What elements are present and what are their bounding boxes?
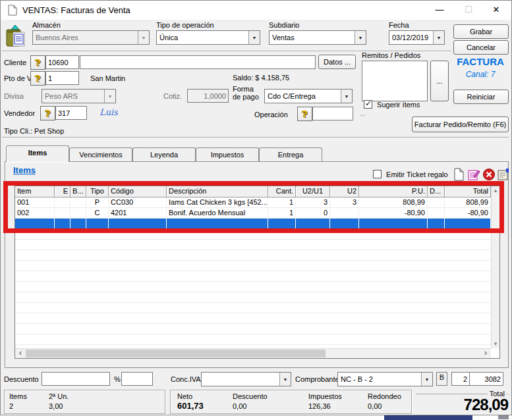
tipo-operacion-label: Tipo de operación [156, 21, 214, 29]
operacion-label: Operación [254, 111, 288, 118]
tab-vencimientos[interactable]: Vencimientos [69, 147, 132, 161]
annotation-highlight-rectangle [3, 181, 504, 233]
almacen-label: Almacén [32, 21, 61, 29]
checkbox-unchecked-icon[interactable] [373, 170, 382, 178]
sugerir-items-checkbox[interactable]: Sugerir ítems [364, 100, 420, 109]
neto-label: Neto [177, 392, 192, 400]
comprobante-number1-field[interactable] [451, 372, 470, 386]
properties-icon[interactable] [497, 168, 510, 181]
remitos-more-button[interactable]: ... [430, 61, 449, 101]
cotiz-label: Cotiz. [163, 92, 182, 100]
document-icon[interactable] [7, 5, 18, 16]
fecha-datepicker[interactable]: 03/12/2019 ▼ [389, 30, 445, 45]
percent-label: % [114, 375, 121, 383]
chevron-down-icon[interactable]: ▼ [279, 373, 291, 386]
facturar-pedido-button[interactable]: Facturar Pedido/Remito (F6) [412, 117, 509, 132]
question-icon: ? [35, 73, 41, 84]
cliente-name-field[interactable] [80, 55, 316, 69]
almacen-combo: Buenos Aires ▼ [32, 30, 150, 45]
scroll-right-icon[interactable]: › [480, 349, 491, 358]
remitos-listbox[interactable] [362, 61, 428, 101]
divisa-combo: Peso ARS ▼ [42, 89, 116, 103]
subdiario-label: Subdiario [269, 21, 299, 29]
question-icon: ? [45, 108, 51, 118]
total-groupbox: Total [416, 394, 508, 394]
ventas-window: VENTAS: Facturas de Venta — ☐ ✕ Almacén … [0, 0, 512, 415]
impuestos-label: Impuestos [308, 392, 342, 400]
warehouse-icon [5, 24, 26, 47]
scroll-left-icon[interactable]: ‹ [15, 349, 26, 358]
comprobante-number2-field[interactable] [469, 372, 503, 386]
items-panel-title: Items [13, 165, 36, 175]
pto-venta-label: Pto de V [4, 74, 31, 82]
chevron-down-icon[interactable]: ▼ [341, 90, 352, 103]
comprobante-combo[interactable]: NC - B - 2 ▼ [337, 372, 433, 386]
items-count-value: 2 [9, 402, 13, 410]
grabar-button[interactable]: Grabar [453, 24, 509, 39]
vendedor-code-field[interactable] [55, 106, 87, 120]
horizontal-scrollbar[interactable]: ‹ › [15, 348, 491, 358]
tab-impuestos[interactable]: Impuestos [196, 147, 259, 161]
new-item-icon[interactable] [452, 168, 465, 181]
pto-venta-field[interactable] [45, 71, 79, 85]
scroll-down-icon[interactable]: ▼ [492, 340, 499, 348]
neto-value: 601,73 [177, 401, 204, 411]
checkbox-checked-icon[interactable] [364, 100, 372, 109]
separator [2, 137, 509, 138]
impuestos-value: 126,36 [308, 402, 331, 410]
cliente-lookup-button[interactable]: ? [30, 55, 45, 70]
reiniciar-button[interactable]: Reiniciar [453, 90, 509, 104]
cliente-label: Cliente [4, 59, 26, 66]
chevron-down-icon[interactable]: ▼ [248, 31, 260, 44]
question-icon: ? [35, 57, 41, 68]
segunda-un-label: 2ª Un. [49, 392, 69, 400]
chevron-down-icon[interactable]: ▼ [433, 31, 444, 44]
tipo-operacion-combo[interactable]: Única ▼ [156, 30, 260, 45]
divisa-label: Divisa [4, 92, 24, 100]
remitos-label: Remitos / Pedidos [362, 51, 429, 59]
tab-leyenda[interactable]: Leyenda [132, 147, 196, 161]
edit-notes-icon[interactable] [467, 168, 480, 181]
maximize-button: ☐ [457, 1, 480, 19]
cliente-code-field[interactable] [45, 55, 79, 69]
forma-pago-label2: de pago [233, 93, 259, 101]
vendedor-name: Luis [100, 107, 118, 117]
scrollbar-thumb[interactable] [26, 350, 326, 357]
titlebar[interactable]: VENTAS: Facturas de Venta — ☐ ✕ [1, 1, 511, 20]
chevron-down-icon: ▼ [138, 31, 149, 44]
total-value: 728,09 [416, 396, 508, 414]
descuento-field[interactable] [42, 372, 110, 386]
comprobante-letter-box: B [436, 372, 447, 386]
pto-venta-lookup-button[interactable]: ? [30, 71, 45, 86]
cancelar-button[interactable]: Cancelar [453, 40, 509, 55]
canal-label: Canal: 7 [452, 70, 509, 79]
comprobante-label: Comprobante [295, 375, 339, 383]
chevron-down-icon: ▼ [104, 90, 115, 103]
screen: VENTAS: Facturas de Venta — ☐ ✕ Almacén … [0, 0, 512, 420]
subdiario-combo[interactable]: Ventas ▼ [269, 30, 366, 45]
tab-entrega[interactable]: Entrega [259, 147, 322, 161]
forma-pago-label: Forma [233, 85, 254, 93]
saldo-label: Saldo: $ 4.158,75 [233, 74, 289, 82]
datos-button[interactable]: Datos ... [318, 55, 356, 69]
vendedor-lookup-button[interactable]: ? [40, 106, 55, 120]
percent-field[interactable] [121, 372, 153, 386]
operacion-field[interactable] [312, 107, 353, 120]
empty-rows-area [15, 229, 491, 348]
segunda-un-value: 3,00 [49, 402, 63, 410]
window-title: VENTAS: Facturas de Venta [22, 5, 130, 15]
conc-iva-combo[interactable]: ▼ [201, 372, 291, 386]
operacion-lookup-button[interactable]: ? [297, 107, 312, 121]
tab-items[interactable]: Items [6, 145, 69, 162]
chevron-down-icon[interactable]: ▼ [355, 31, 366, 44]
operacion-more: ... [360, 109, 366, 117]
descuento-total-label: Descuento [233, 392, 268, 400]
close-button[interactable]: ✕ [485, 1, 507, 19]
ticket-regalo-checkbox[interactable]: Emitir Ticket regalo [373, 170, 448, 178]
redondeo-value: 0,00 [368, 402, 382, 410]
vendedor-label: Vendedor [4, 109, 35, 117]
minimize-button[interactable]: — [428, 1, 451, 19]
chevron-down-icon[interactable]: ▼ [421, 373, 432, 386]
forma-pago-combo[interactable]: Cdo C/Entrega ▼ [264, 89, 353, 103]
delete-item-icon[interactable] [482, 168, 496, 181]
